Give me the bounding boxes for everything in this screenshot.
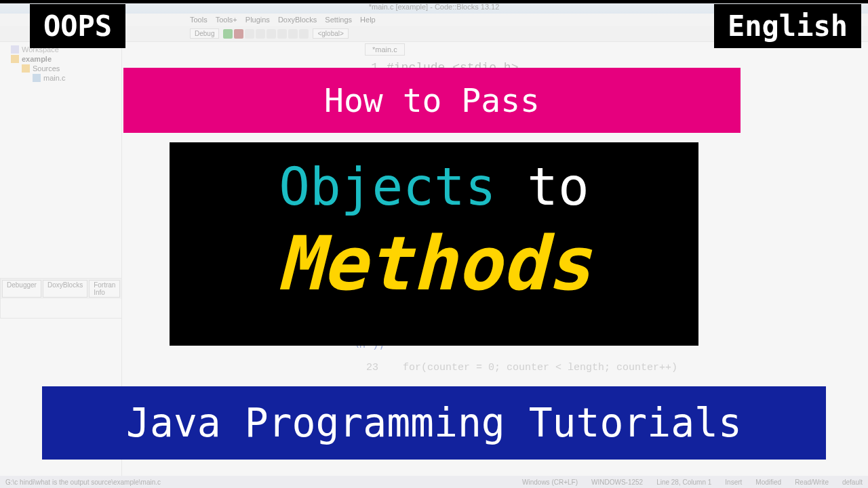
category-badge: OOPS (30, 4, 125, 48)
title-banner-2: Objects to Methods (170, 142, 698, 346)
keyword-methods: Methods (170, 216, 698, 312)
thumbnail-overlay: OOPS English How to Pass Objects to Meth… (0, 0, 868, 488)
series-banner: Java Programming Tutorials (42, 386, 826, 460)
word-to: to (527, 157, 589, 217)
language-badge: English (714, 4, 861, 48)
keyword-objects: Objects (279, 157, 496, 217)
title-banner-1: How to Pass (123, 68, 741, 133)
